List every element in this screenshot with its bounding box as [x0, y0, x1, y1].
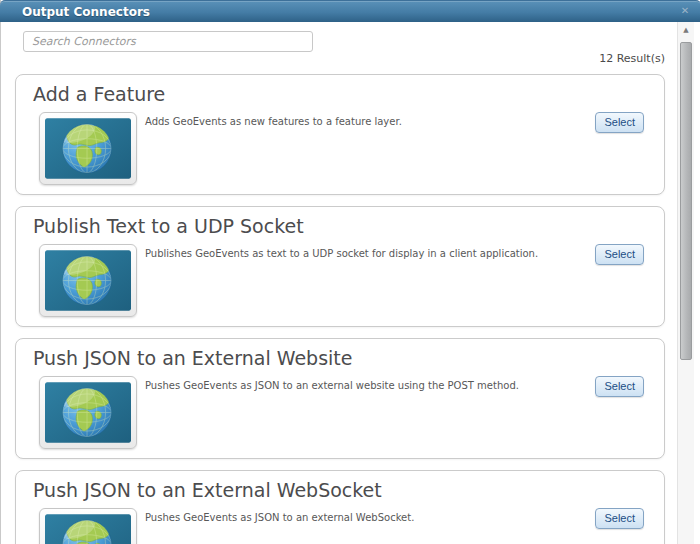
select-button[interactable]: Select	[595, 112, 644, 133]
connector-card-push-json-websocket: Push JSON to an External WebSocket Pushe…	[15, 470, 665, 544]
globe-thumbnail	[39, 112, 137, 185]
connector-card-push-json-website: Push JSON to an External Website Pushes …	[15, 338, 665, 459]
search-input[interactable]	[23, 31, 313, 52]
globe-thumbnail	[39, 244, 137, 317]
globe-thumbnail	[39, 508, 137, 544]
connector-title: Push JSON to an External Website	[33, 347, 352, 369]
close-icon[interactable]: ✕	[678, 4, 692, 18]
select-button[interactable]: Select	[595, 244, 644, 265]
globe-icon	[45, 118, 131, 179]
scrollbar-thumb[interactable]	[680, 42, 692, 360]
select-button[interactable]: Select	[595, 508, 644, 529]
globe-icon	[45, 514, 131, 544]
globe-icon	[45, 250, 131, 311]
select-button[interactable]: Select	[595, 376, 644, 397]
globe-thumbnail	[39, 376, 137, 449]
connector-title: Publish Text to a UDP Socket	[33, 215, 304, 237]
scrollbar[interactable]: ▲	[677, 22, 694, 544]
connector-card-add-a-feature: Add a Feature Adds GeoEvents as new feat…	[15, 74, 665, 195]
results-count: 12 Result(s)	[1, 52, 665, 65]
output-connectors-dialog: Output Connectors ✕ 12 Result(s) Add a F…	[0, 0, 700, 544]
connector-list: Add a Feature Adds GeoEvents as new feat…	[15, 74, 665, 544]
globe-icon	[45, 382, 131, 443]
dialog-titlebar: Output Connectors ✕	[0, 0, 700, 22]
connector-description: Adds GeoEvents as new features to a feat…	[145, 116, 402, 127]
scroll-up-arrow-icon[interactable]: ▲	[678, 22, 694, 38]
connector-description: Pushes GeoEvents as JSON to an external …	[145, 512, 414, 523]
connector-title: Add a Feature	[33, 83, 165, 105]
dialog-title: Output Connectors	[0, 2, 150, 23]
connector-title: Push JSON to an External WebSocket	[33, 479, 382, 501]
connector-description: Publishes GeoEvents as text to a UDP soc…	[145, 248, 538, 259]
connector-card-publish-text-udp: Publish Text to a UDP Socket Publishes G…	[15, 206, 665, 327]
connector-description: Pushes GeoEvents as JSON to an external …	[145, 380, 519, 391]
